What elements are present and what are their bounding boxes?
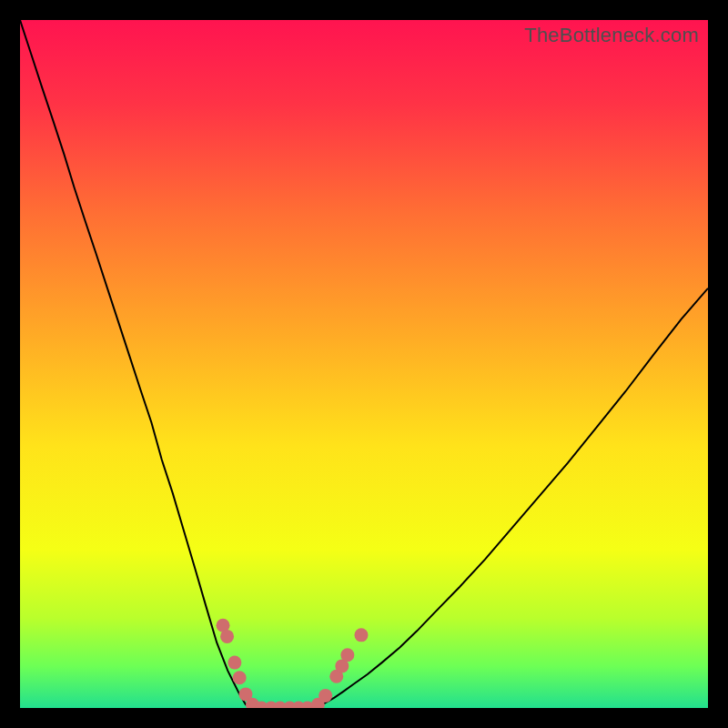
gradient-background [20,20,708,708]
marker-dot [233,671,247,684]
marker-dot [340,648,354,662]
marker-dot [228,656,241,670]
marker-dot [318,689,332,703]
marker-dot [354,628,368,642]
chart-svg [20,20,708,708]
plot-area: TheBottleneck.com [20,20,708,708]
marker-dot [220,630,234,643]
watermark-text: TheBottleneck.com [524,24,699,47]
outer-frame: TheBottleneck.com [0,0,728,728]
